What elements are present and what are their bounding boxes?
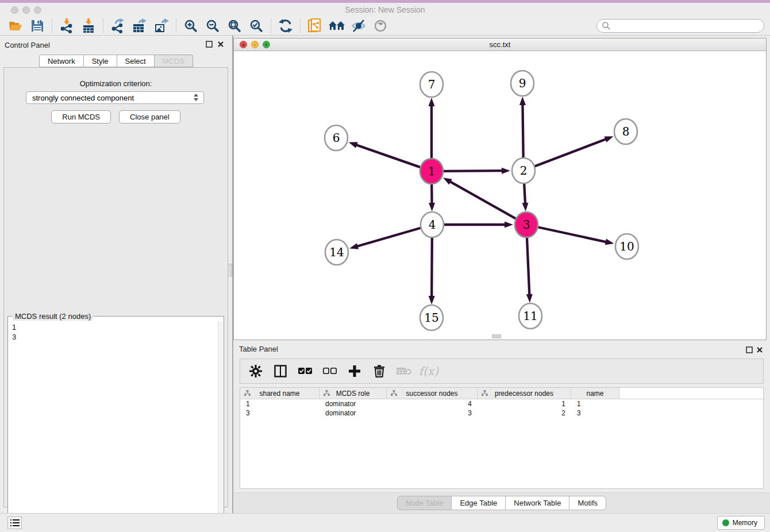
float-panel-icon[interactable] bbox=[206, 41, 213, 48]
home-ndex-icon[interactable] bbox=[326, 18, 348, 34]
table-row[interactable]: 3dominator323 bbox=[240, 408, 763, 418]
graph-edge-2-3[interactable] bbox=[524, 182, 525, 205]
save-session-icon[interactable] bbox=[26, 18, 48, 34]
task-history-button[interactable] bbox=[7, 516, 22, 529]
graph-node-3[interactable]: 3 bbox=[515, 212, 538, 237]
import-network-icon[interactable] bbox=[56, 18, 78, 34]
column-header-label: MCDS role bbox=[336, 390, 370, 398]
table-cell[interactable]: 4 bbox=[387, 399, 478, 408]
tab-network-table[interactable]: Network Table bbox=[506, 496, 569, 510]
tab-select[interactable]: Select bbox=[117, 55, 155, 67]
tab-style[interactable]: Style bbox=[84, 55, 117, 67]
function-builder-icon[interactable]: f(x) bbox=[421, 364, 436, 379]
graph-edge-1-6[interactable] bbox=[355, 145, 421, 168]
open-file-icon[interactable] bbox=[5, 18, 26, 34]
graph-node-label: 11 bbox=[523, 309, 537, 323]
close-panel-icon[interactable] bbox=[217, 41, 224, 48]
graph-node-11[interactable]: 11 bbox=[519, 303, 542, 329]
table-cell[interactable]: dominator bbox=[319, 399, 387, 408]
graph-node-14[interactable]: 14 bbox=[325, 240, 348, 265]
memory-button[interactable]: Memory bbox=[717, 516, 765, 530]
deselect-all-icon[interactable] bbox=[322, 364, 337, 379]
mcds-result-box: MCDS result (2 nodes) 1 3 bbox=[7, 316, 224, 532]
graph-node-7[interactable]: 7 bbox=[420, 72, 443, 97]
zoom-fit-icon[interactable] bbox=[224, 18, 245, 34]
tab-network[interactable]: Network bbox=[39, 55, 84, 67]
graph-node-8[interactable]: 8 bbox=[614, 119, 637, 144]
tab-edge-table[interactable]: Edge Table bbox=[452, 496, 506, 510]
graph-node-1[interactable]: 1 bbox=[420, 159, 443, 184]
main-toolbar bbox=[0, 17, 770, 36]
toolbar-separator bbox=[271, 19, 271, 33]
run-mcds-button[interactable]: Run MCDS bbox=[51, 110, 111, 124]
import-table-icon[interactable] bbox=[78, 18, 99, 34]
graph-edge-2-8[interactable] bbox=[534, 138, 607, 166]
graph-node-4[interactable]: 4 bbox=[421, 212, 444, 237]
network-graph[interactable]: 7968124314101511 bbox=[234, 51, 766, 340]
export-network-icon[interactable] bbox=[107, 18, 129, 34]
refresh-layout-icon[interactable] bbox=[275, 18, 297, 34]
new-network-from-selection-icon[interactable] bbox=[304, 18, 326, 34]
column-header-shared-name[interactable]: shared name bbox=[240, 388, 319, 399]
create-column-plus-icon[interactable] bbox=[347, 364, 362, 379]
select-all-icon[interactable] bbox=[298, 364, 313, 379]
export-table-icon[interactable] bbox=[129, 18, 151, 34]
table-cell[interactable]: 1 bbox=[571, 399, 619, 408]
node-table[interactable]: shared nameMCDS rolesuccessor nodesprede… bbox=[240, 387, 764, 489]
zoom-in-icon[interactable] bbox=[180, 18, 202, 34]
column-header-successor-nodes[interactable]: successor nodes bbox=[387, 388, 478, 399]
graph-node-label: 4 bbox=[429, 218, 436, 232]
export-image-icon[interactable] bbox=[151, 18, 172, 34]
splitter-grip[interactable] bbox=[228, 264, 232, 276]
graph-edge-4-14[interactable] bbox=[356, 228, 421, 247]
criterion-dropdown[interactable]: strongly connected component bbox=[26, 91, 204, 104]
tab-mcds[interactable]: MCDS bbox=[155, 55, 193, 67]
graph-node-label: 15 bbox=[424, 311, 438, 325]
mcds-result-list[interactable]: 1 3 bbox=[9, 321, 217, 532]
tab-motifs[interactable]: Motifs bbox=[569, 496, 606, 510]
zoom-selected-icon[interactable] bbox=[245, 18, 267, 34]
table-cell[interactable]: 3 bbox=[387, 408, 478, 418]
search-input[interactable] bbox=[614, 22, 764, 30]
table-row[interactable]: 1dominator411 bbox=[240, 399, 763, 408]
graph-edge-3-11[interactable] bbox=[527, 236, 530, 296]
search-field[interactable] bbox=[596, 19, 764, 33]
graph-node-2[interactable]: 2 bbox=[512, 158, 535, 183]
network-window-titlebar[interactable]: x - + scc.txt bbox=[234, 38, 766, 51]
graph-edge-4-15[interactable] bbox=[432, 236, 432, 298]
graph-node-6[interactable]: 6 bbox=[325, 125, 348, 151]
graph-edge-3-10[interactable] bbox=[538, 227, 607, 242]
delete-column-trash-icon[interactable] bbox=[372, 364, 387, 379]
table-cell[interactable]: 1 bbox=[240, 399, 319, 408]
graph-node-9[interactable]: 9 bbox=[511, 71, 534, 96]
table-cell[interactable]: dominator bbox=[319, 408, 387, 418]
table-cell[interactable]: 3 bbox=[240, 408, 319, 418]
graph-node-15[interactable]: 15 bbox=[420, 305, 443, 330]
column-header-name[interactable]: name bbox=[571, 388, 619, 399]
graph-node-10[interactable]: 10 bbox=[615, 234, 638, 259]
column-header-MCDS-role[interactable]: MCDS role bbox=[319, 388, 387, 399]
float-panel-icon[interactable] bbox=[746, 346, 753, 353]
table-cell[interactable]: 3 bbox=[571, 408, 619, 418]
hide-selected-icon[interactable] bbox=[348, 18, 369, 34]
close-panel-button[interactable]: Close panel bbox=[119, 110, 180, 124]
table-settings-gear-icon[interactable] bbox=[248, 364, 263, 379]
show-all-icon[interactable] bbox=[369, 18, 391, 34]
network-resize-grip[interactable] bbox=[492, 334, 501, 338]
table-toolbar: f(x) bbox=[240, 358, 764, 384]
graph-edge-2-9[interactable] bbox=[522, 103, 523, 159]
table-cell[interactable]: 1 bbox=[478, 399, 571, 408]
network-canvas[interactable]: 7968124314101511 bbox=[234, 51, 766, 340]
tab-node-table[interactable]: Node Table bbox=[397, 496, 452, 510]
column-header-predecessor-nodes[interactable]: predecessor nodes bbox=[478, 388, 571, 399]
close-panel-icon[interactable] bbox=[756, 346, 763, 353]
delete-table-icon[interactable] bbox=[396, 364, 411, 379]
show-column-panel-icon[interactable] bbox=[273, 364, 288, 379]
column-header-label: shared name bbox=[259, 390, 299, 398]
table-cell[interactable]: 2 bbox=[478, 408, 571, 418]
result-scrollbar[interactable] bbox=[218, 321, 223, 532]
graph-edge-1-2[interactable] bbox=[443, 171, 503, 171]
zoom-out-icon[interactable] bbox=[202, 18, 224, 34]
graph-edge-3-1[interactable] bbox=[449, 181, 516, 219]
criterion-value: strongly connected component bbox=[32, 94, 134, 102]
